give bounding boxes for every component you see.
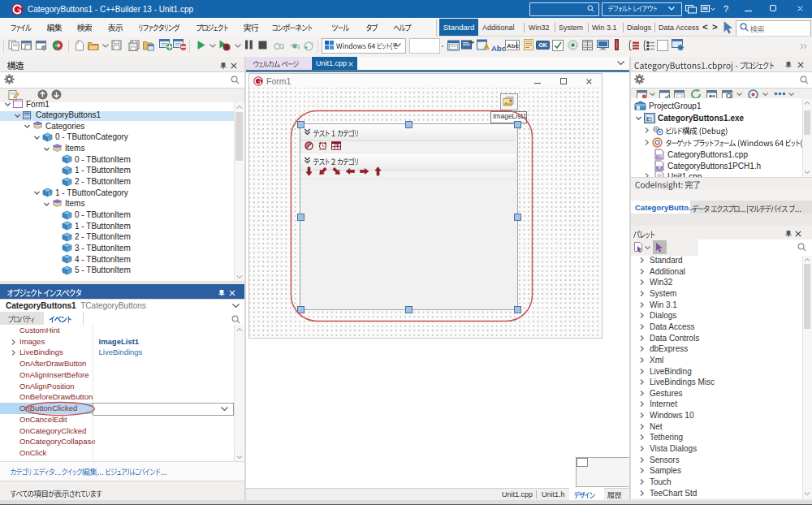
svg-text:E!: E!	[646, 116, 652, 122]
svg-text:OK: OK	[538, 42, 547, 48]
svg-text:cpp: cpp	[657, 154, 663, 158]
svg-text:Abc: Abc	[507, 42, 520, 50]
